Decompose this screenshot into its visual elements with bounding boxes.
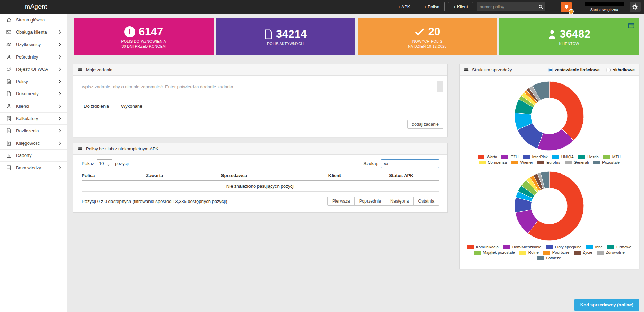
column-header-sprzedawca[interactable]: Sprzedawca (221, 171, 328, 181)
stat-card-new-policies[interactable]: 20 NOWYCH POLIS NA DZIEŃ 10.12.2025 (358, 18, 497, 55)
notifications-button[interactable]: 1 (561, 2, 572, 12)
stat-sublabel: 30 DNI PRZED KOŃCEM (121, 44, 166, 48)
show-label: Pokaż (82, 161, 94, 166)
sidebar-item-polisy[interactable]: Polisy (0, 75, 67, 88)
sidebar-item-kalkulatory[interactable]: Kalkulatory (0, 113, 67, 125)
legend-label: Compensa (488, 160, 507, 164)
legend-label: PZU (510, 155, 518, 159)
table-row: Nie znaleziono pasujących pozycji (82, 181, 439, 192)
accounting-icon (6, 140, 12, 146)
add-task-button[interactable]: dodaj zadanie (407, 120, 443, 129)
legend-item-podróżne[interactable]: Podróżne (543, 250, 569, 255)
donut-slice[interactable] (549, 81, 584, 141)
legend-item-majątek-pozostałe[interactable]: Majątek pozostałe (474, 250, 515, 255)
legend-label: Inne (595, 245, 603, 249)
column-header-zawarta[interactable]: Zawarta (146, 171, 221, 181)
table-search-input[interactable]: xx (381, 159, 439, 168)
legend-item-firmowe[interactable]: Firmowe (607, 245, 632, 249)
legend-item-pozostałe[interactable]: Pozostałe (593, 160, 620, 164)
legend-item-floty-specjalne[interactable]: Floty specjalne (546, 245, 582, 249)
column-header-status-apk[interactable]: Status APK (389, 171, 439, 181)
sidebar-item-raporty[interactable]: Raporty (0, 150, 67, 162)
legend-label: Podróżne (552, 250, 569, 255)
sidebar-item-obsługa-klienta[interactable]: Obsługa klienta (0, 26, 67, 39)
show-suffix: pozycji (115, 161, 129, 166)
legend-item-pzu[interactable]: PZU (501, 155, 518, 159)
pagination-pierwsza[interactable]: Pierwsza (327, 197, 355, 206)
sidebar-item-pośrednicy[interactable]: Pośrednicy (0, 51, 67, 63)
topbar-actions: + APK+ Polisa+ Klient 1 Sieć zewnętrzna (389, 2, 641, 12)
chevron-right-icon (57, 91, 62, 96)
pagination-następna[interactable]: Następna (386, 197, 414, 206)
legend-item-compensa[interactable]: Compensa (479, 160, 507, 164)
legend-item-interrisk[interactable]: InterRisk (523, 155, 547, 159)
new-task-input[interactable] (78, 81, 443, 92)
legend-item-życie[interactable]: Życie (574, 250, 592, 255)
sheep-icon (6, 66, 12, 72)
legend-item-dom-mieszkanie[interactable]: Dom/Mieszkanie (503, 245, 542, 249)
apk-button[interactable]: + APK (393, 2, 415, 11)
tasks-panel: Moje zadania Do zrobienia Wykonane dodaj… (73, 64, 448, 137)
radio-zestawienie-ilosciowe[interactable]: zestawienie ilościowe (548, 68, 600, 72)
calendar-icon[interactable] (628, 22, 635, 29)
stat-card-clients[interactable]: 36482 KLIENTÓW (499, 18, 639, 55)
legend-item-generali[interactable]: Generali (565, 160, 589, 164)
settings-button[interactable] (630, 2, 641, 12)
sidebar-item-rozliczenia[interactable]: Rozliczenia (0, 125, 67, 137)
sidebar-item-klienci[interactable]: Klienci (0, 100, 67, 113)
search-label: Szukaj: (363, 161, 378, 166)
legend-label: InterRisk (532, 155, 547, 159)
radio-skladkowe[interactable]: składkowe (606, 68, 635, 72)
sidebar-item-label: Baza wiedzy (16, 165, 57, 170)
legend-swatch (607, 245, 614, 249)
legend-swatch (537, 161, 544, 164)
klient-button[interactable]: + Klient (448, 2, 473, 11)
legend-item-zdrowotne[interactable]: Zdrowotne (597, 250, 625, 255)
users-icon (6, 42, 12, 47)
legend-item-wiener[interactable]: Wiener (511, 160, 533, 164)
sidebar-item-rejestr-ofwca[interactable]: Rejestr OFWCA (0, 63, 67, 75)
topbar: mAgent + APK+ Polisa+ Klient 1 Sieć zewn… (0, 0, 644, 14)
page-length-select[interactable]: 10 (97, 159, 112, 168)
column-header-polisa[interactable]: Polisa (82, 171, 146, 181)
legend-item-hestia[interactable]: Hestia (578, 155, 599, 159)
task-input-scrollbar[interactable] (437, 81, 443, 92)
stat-cards-row: ! 6147 POLIS DO WZNOWIENIA 30 DNI PRZED … (74, 18, 639, 55)
stat-card-active-policies[interactable]: 34214 POLIS AKTYWNYCH (216, 18, 355, 55)
sales-view-options: zestawienie ilościowe składkowe (548, 68, 635, 72)
legend-label: Życie (583, 250, 592, 255)
tab-do-zrobienia[interactable]: Do zrobienia (78, 100, 115, 112)
policy-search-input[interactable] (477, 5, 536, 9)
legend-item-uniqa[interactable]: UNIQA (552, 155, 574, 159)
sidebar-item-użytkownicy[interactable]: Użytkownicy (0, 38, 67, 51)
sidebar-item-label: Raporty (16, 153, 62, 158)
legend-item-warta[interactable]: Warta (478, 155, 497, 159)
pagination-ostatnia[interactable]: Ostatnia (413, 197, 439, 206)
tab-wykonane[interactable]: Wykonane (115, 100, 148, 112)
search-icon[interactable] (536, 4, 545, 9)
legend-item-euroins[interactable]: EuroIns (537, 160, 560, 164)
radio-label: składkowe (613, 68, 635, 72)
legend-item-inne[interactable]: Inne (586, 245, 603, 249)
topbar-buttons: + APK+ Polisa+ Klient (389, 2, 473, 11)
apk-table-controls: Pokaż 10 pozycji Szukaj: xx (82, 159, 439, 168)
stat-card-renewals[interactable]: ! 6147 POLIS DO WZNOWIENIA 30 DNI PRZED … (74, 18, 214, 55)
legend-label: Lotnicze (546, 256, 561, 260)
seller-code-button[interactable]: Kod sprzedawcy (online) (574, 299, 639, 311)
sidebar-item-dokumenty[interactable]: Dokumenty (0, 88, 67, 100)
polisa-button[interactable]: + Polisa (419, 2, 445, 11)
donut-chart-products (460, 170, 639, 242)
legend-item-rolne[interactable]: Rolne (519, 250, 539, 255)
sidebar-item-label: Obsługa klienta (16, 29, 57, 35)
column-header-klient[interactable]: Klient (328, 171, 389, 181)
legend-item-lotnicze[interactable]: Lotnicze (537, 256, 561, 260)
apk-panel-title: Polisy bez lub z niekompletnym APK (86, 146, 158, 151)
legend-label: Komunikacja (476, 245, 499, 249)
sidebar-item-księgowość[interactable]: Księgowość (0, 137, 67, 150)
legend-item-mtu[interactable]: MTU (603, 155, 621, 159)
legend-swatch (565, 161, 572, 164)
sidebar-item-strona-główna[interactable]: Strona główna (0, 14, 67, 26)
legend-item-komunikacja[interactable]: Komunikacja (467, 245, 499, 249)
pagination-poprzednia[interactable]: Poprzednia (354, 197, 386, 206)
sidebar-item-baza-wiedzy[interactable]: Baza wiedzy (0, 162, 67, 174)
